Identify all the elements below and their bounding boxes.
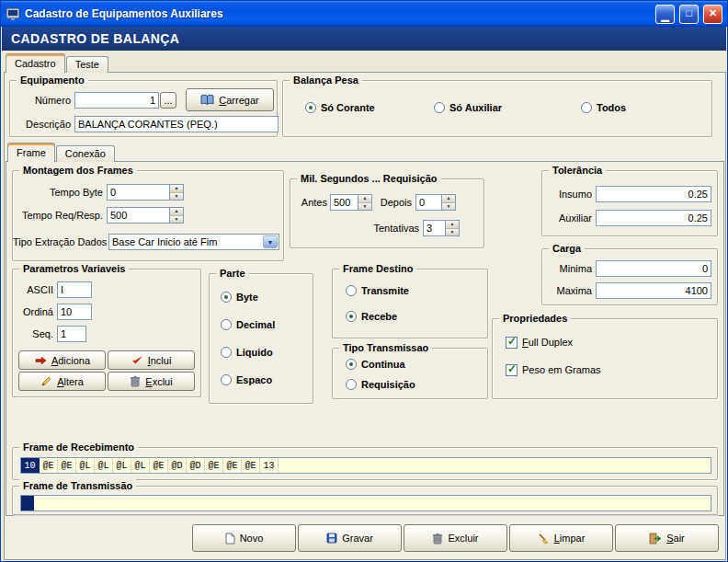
spin-down-icon[interactable]: ▼ [358,203,371,211]
arrow-right-icon [34,355,47,366]
antes-field[interactable]: 500 ▲▼ [330,194,372,211]
descricao-field[interactable]: BALANÇA CORANTES (PEQ.) [74,116,279,132]
radio-label: Continua [361,359,405,370]
numero-browse-button[interactable]: ... [160,92,176,109]
frame-byte-cell[interactable]: @E [223,458,242,473]
radio-so-auxiliar[interactable]: Só Auxiliar [434,101,502,114]
browse-label: ... [164,95,172,106]
insumo-field[interactable]: 0.25 [596,186,711,202]
close-button[interactable]: ✕ [703,5,722,24]
auxiliar-label: Auxiliar [546,210,592,226]
app-icon[interactable] [6,6,20,21]
spin-up-icon[interactable]: ▲ [170,208,183,216]
minima-field[interactable]: 0 [596,260,711,277]
adiciona-button[interactable]: Adiciona [18,350,106,370]
propriedades-legend: Propriedades [499,312,571,325]
parte-group: Parte Byte Decimal Liquido Espaco [209,273,313,404]
minimize-button[interactable]: ▁ [655,5,675,24]
spin-up-icon[interactable]: ▲ [446,221,459,229]
equipamento-group: Equipamento Número 1 ... Carregar Descri… [9,80,278,137]
frame-byte-cell[interactable]: 13 [260,458,279,473]
tab-cadastro[interactable]: Cadastro [6,53,65,73]
montagem-group: Montagem dos Frames Tempo Byte 0 ▲▼ Temp… [12,170,284,261]
maxima-field[interactable]: 4100 [596,282,711,299]
tab-frame[interactable]: Frame [7,143,55,162]
frame-destino-legend: Frame Destino [339,262,416,275]
gravar-button[interactable]: Gravar [298,524,402,552]
depois-field[interactable]: 0 ▲▼ [415,194,456,211]
spin-up-icon[interactable]: ▲ [358,195,371,203]
frame-byte-cell[interactable]: @E [242,458,260,473]
frame-byte-cell[interactable]: @D [168,458,187,473]
spin-down-icon[interactable]: ▼ [442,203,455,211]
checkbox-peso-em-gramas[interactable]: ✓ Peso em Gramas [506,363,601,376]
frame-byte-cell[interactable]: @L [131,458,150,473]
altera-button[interactable]: Altera [18,372,106,391]
frame-byte-cell-selected[interactable]: 10 [21,458,40,473]
maximize-icon: □ [686,8,692,18]
radio-decimal[interactable]: Decimal [221,318,275,331]
pencil-icon [40,375,52,387]
radio-byte[interactable]: Byte [221,291,258,304]
radio-label: Transmite [361,285,409,296]
novo-button[interactable]: Novo [192,524,296,552]
tab-conexao[interactable]: Conexão [56,145,115,162]
depois-value: 0 [419,197,425,208]
ordina-field[interactable]: 10 [57,304,92,320]
antes-label: Antes [296,194,327,211]
spin-down-icon[interactable]: ▼ [170,193,183,201]
broom-icon [538,533,550,545]
tempo-byte-field[interactable]: 0 ▲▼ [107,184,184,201]
excluir-button[interactable]: Excluir [404,524,507,552]
radio-so-corante[interactable]: Só Corante [305,101,375,114]
tipo-extracao-dropdown[interactable]: Base Car Inicio até Fim ▼ [108,234,279,250]
frame-recebimento-field[interactable]: 10 @E @E @L @L @L @L @E @D @D @E @E @E 1… [20,457,711,474]
radio-label: Todos [597,102,626,113]
frame-byte-cell[interactable]: @E [58,458,76,473]
radio-continua[interactable]: Continua [346,358,405,371]
book-icon [200,94,214,106]
tab-teste[interactable]: Teste [66,56,108,73]
radio-label: Decimal [236,319,275,330]
auxiliar-field[interactable]: 0.25 [596,210,711,226]
ascii-label: ASCII [18,281,53,298]
spin-down-icon[interactable]: ▼ [446,229,459,236]
radio-espaco[interactable]: Espaco [221,373,272,386]
spin-up-icon[interactable]: ▲ [442,195,455,203]
radio-recebe[interactable]: Recebe [346,310,397,323]
tentativas-value: 3 [427,223,432,234]
checkbox-full-duplex[interactable]: ✓ Full Duplex [506,336,573,349]
tolerancia-legend: Tolerância [549,164,606,177]
frame-destino-group: Frame Destino Transmite Recebe [332,269,488,338]
frame-transmissao-field[interactable] [20,495,711,511]
radio-transmite[interactable]: Transmite [346,284,409,297]
radio-requisicao[interactable]: Requisição [346,378,415,391]
spin-up-icon[interactable]: ▲ [170,185,183,193]
selected-empty-cell[interactable] [21,496,34,510]
sair-button[interactable]: Sair [615,524,719,552]
seq-field[interactable]: 1 [57,326,86,342]
inclui-button[interactable]: Inclui [108,350,195,370]
radio-todos[interactable]: Todos [581,101,626,114]
exclui-button[interactable]: Exclui [108,372,195,391]
maxima-label: Maxima [546,282,592,299]
frame-byte-cell[interactable]: @E [150,458,168,473]
limpar-button[interactable]: Limpar [509,524,613,552]
frame-byte-cell[interactable]: @L [76,458,95,473]
frame-byte-cell[interactable]: @L [95,458,113,473]
radio-liquido[interactable]: Liquido [221,346,273,359]
dropdown-arrow-icon[interactable]: ▼ [263,235,278,248]
frame-byte-cell[interactable]: @E [40,458,58,473]
numero-field[interactable]: 1 [74,92,159,109]
frame-byte-cell[interactable]: @L [113,458,131,473]
cadastro-tab-page: Equipamento Número 1 ... Carregar Descri… [4,72,726,560]
frame-byte-cell[interactable]: @E [205,458,223,473]
ascii-field[interactable]: I [57,281,92,298]
maximize-button[interactable]: □ [679,5,699,24]
tentativas-field[interactable]: 3 ▲▼ [423,220,460,236]
tempo-req-field[interactable]: 500 ▲▼ [107,207,184,224]
frame-byte-cell[interactable]: @D [187,458,205,473]
inner-tabstrip: Frame Conexão [7,143,116,162]
spin-down-icon[interactable]: ▼ [170,216,183,224]
carregar-button[interactable]: Carregar [186,88,274,111]
